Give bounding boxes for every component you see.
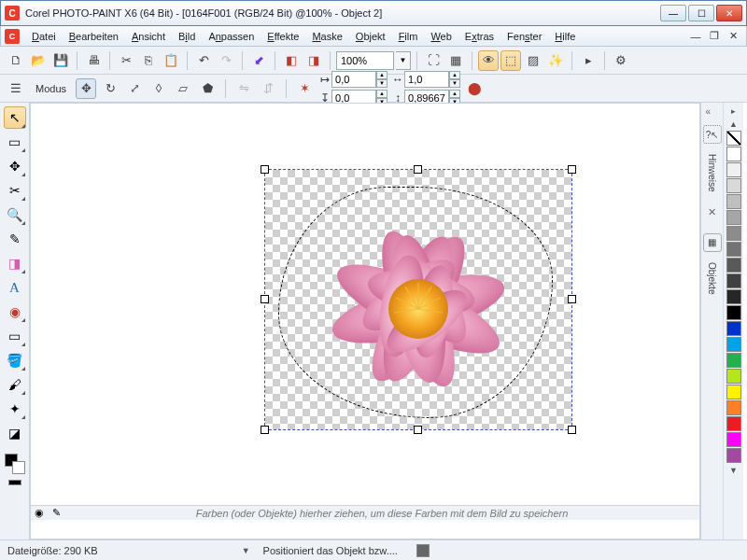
skew-mode-button[interactable]: ◊: [148, 78, 169, 99]
handle-bottom-right[interactable]: [568, 426, 576, 434]
palette-swatch[interactable]: [726, 210, 741, 225]
scale-mode-button[interactable]: ⤢: [124, 78, 145, 99]
menu-film[interactable]: Film: [392, 28, 425, 45]
lock-ratio-button[interactable]: ⬤: [464, 78, 485, 99]
docker-hinweise-tab[interactable]: Hinweise: [704, 149, 720, 197]
grid-button[interactable]: ▨: [523, 50, 543, 71]
print-button[interactable]: 🖶: [83, 50, 104, 71]
menu-maske[interactable]: Maske: [305, 28, 348, 45]
doc-minimize-button[interactable]: —: [688, 30, 703, 43]
mask-overlay-button[interactable]: ◧: [281, 50, 302, 71]
flip-v-button[interactable]: ⇵: [258, 78, 278, 99]
maximize-button[interactable]: ☐: [688, 5, 714, 21]
text-tool[interactable]: A: [4, 276, 26, 299]
palette-swatch[interactable]: [726, 305, 741, 320]
mask-mode-button[interactable]: ◨: [303, 50, 324, 71]
app-icon-small[interactable]: C: [5, 29, 20, 44]
presets-button[interactable]: ☰: [6, 78, 26, 99]
apply-button[interactable]: ✶: [294, 78, 315, 99]
menu-effekte[interactable]: Effekte: [261, 28, 305, 45]
docker-collapse-icon[interactable]: «: [706, 106, 719, 119]
docker-objekte-icon[interactable]: ▦: [703, 233, 722, 252]
handle-top-center[interactable]: [414, 165, 422, 174]
palette-down-arrow[interactable]: ▼: [729, 466, 738, 475]
palette-swatch[interactable]: [726, 289, 741, 304]
cut-button[interactable]: ✂: [116, 50, 136, 71]
palette-swatch[interactable]: [726, 353, 741, 368]
redo-button[interactable]: ↷: [216, 50, 236, 71]
brush-tool[interactable]: 🖌: [4, 373, 26, 396]
paste-button[interactable]: 📋: [161, 50, 181, 71]
import-button[interactable]: ⬋: [248, 50, 269, 71]
docker-close-icon[interactable]: ✕: [708, 206, 716, 218]
launcher-button[interactable]: ▸: [578, 50, 599, 71]
mask-rect-tool[interactable]: ▭: [4, 131, 26, 153]
new-button[interactable]: 🗋: [6, 50, 26, 71]
menu-bild[interactable]: Bild: [172, 28, 202, 45]
palette-swatch[interactable]: [726, 147, 741, 161]
menu-anpassen[interactable]: Anpassen: [202, 28, 261, 45]
fullscreen-button[interactable]: ⛶: [423, 50, 444, 71]
undo-button[interactable]: ↶: [193, 50, 214, 71]
handle-mid-right[interactable]: [568, 295, 576, 303]
doc-restore-button[interactable]: ❐: [707, 30, 722, 43]
docker-objekte-tab[interactable]: Objekte: [704, 258, 720, 299]
menu-objekt[interactable]: Objekt: [349, 28, 392, 45]
menu-fenster[interactable]: Fenster: [500, 28, 548, 45]
eraser-tool[interactable]: ◨: [4, 252, 26, 274]
object-bounding-box[interactable]: [264, 169, 572, 430]
show-mask-button[interactable]: 👁: [478, 50, 499, 71]
position-mode-button[interactable]: ✥: [76, 78, 96, 99]
palette-swatch[interactable]: [726, 400, 741, 415]
rulers-button[interactable]: ▦: [445, 50, 466, 71]
scale-x-field[interactable]: ↔▲▼: [391, 71, 460, 88]
menu-ansicht[interactable]: Ansicht: [125, 28, 172, 45]
redeye-tool[interactable]: ◉: [4, 301, 26, 323]
close-button[interactable]: ✕: [716, 5, 742, 21]
proof-button[interactable]: ✨: [545, 50, 566, 71]
effect-tool[interactable]: ✦: [4, 398, 26, 420]
palette-up-arrow[interactable]: ▲: [729, 119, 738, 129]
docker-hints-icon[interactable]: ?↖: [703, 125, 722, 144]
menu-datei[interactable]: Datei: [25, 28, 63, 45]
background-swatch[interactable]: [12, 461, 25, 474]
shadow-tool[interactable]: ◪: [4, 422, 26, 444]
minimize-button[interactable]: —: [660, 5, 686, 21]
palette-menu-icon[interactable]: ▸: [731, 106, 736, 116]
eyedropper-tool[interactable]: ✎: [4, 228, 26, 250]
palette-swatch[interactable]: [726, 321, 741, 336]
handle-bottom-center[interactable]: [414, 426, 422, 434]
zoom-field[interactable]: 100%: [336, 51, 394, 70]
palette-swatch[interactable]: [726, 273, 741, 288]
zoom-tool[interactable]: 🔍: [4, 203, 26, 226]
handle-top-right[interactable]: [568, 165, 576, 174]
handle-mid-left[interactable]: [261, 295, 269, 303]
menu-web[interactable]: Web: [424, 28, 458, 45]
menu-extras[interactable]: Extras: [458, 28, 500, 45]
palette-swatch[interactable]: [726, 194, 741, 209]
mask-transform-tool[interactable]: ✥: [4, 155, 26, 177]
perspective-mode-button[interactable]: ⬟: [197, 78, 218, 99]
palette-swatch[interactable]: [726, 226, 741, 241]
options-button[interactable]: ⚙: [611, 50, 631, 71]
fill-swatch[interactable]: [8, 480, 21, 485]
palette-swatch[interactable]: [726, 162, 741, 177]
palette-swatch[interactable]: [726, 369, 741, 384]
menu-bearbeiten[interactable]: Bearbeiten: [63, 28, 125, 45]
status-dropdown-1[interactable]: ▼: [242, 546, 250, 555]
color-swatch-pair[interactable]: [5, 454, 25, 485]
rectangle-tool[interactable]: ▭: [4, 325, 26, 347]
palette-picker-icon[interactable]: ✎: [48, 507, 64, 520]
zoom-dropdown[interactable]: ▼: [396, 51, 411, 70]
pos-x-field[interactable]: ↦▲▼: [318, 71, 388, 88]
status-color-swatch[interactable]: [416, 544, 430, 557]
open-button[interactable]: 📂: [28, 50, 49, 71]
handle-top-left[interactable]: [261, 165, 269, 174]
no-color-swatch[interactable]: [726, 131, 741, 146]
palette-swatch[interactable]: [726, 448, 741, 463]
handle-bottom-left[interactable]: [261, 426, 269, 434]
distort-mode-button[interactable]: ▱: [173, 78, 193, 99]
doc-close-button[interactable]: ✕: [726, 30, 740, 43]
palette-swatch[interactable]: [726, 337, 741, 352]
menu-hilfe[interactable]: Hilfe: [548, 28, 582, 45]
